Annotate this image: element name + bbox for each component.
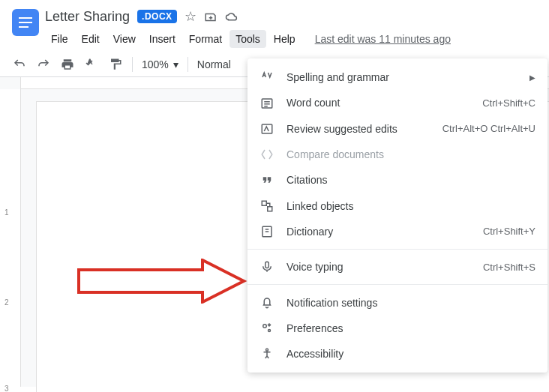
docs-logo[interactable] [12, 9, 39, 36]
tools-voice-label: Voice typing [286, 261, 471, 273]
tools-compare-label: Compare documents [286, 148, 536, 160]
bell-icon [260, 295, 274, 309]
tools-review-label: Review suggested edits [286, 123, 430, 135]
menu-file[interactable]: File [45, 30, 74, 48]
shortcut-text: Ctrl+Shift+Y [483, 226, 536, 237]
menu-separator [248, 284, 548, 285]
spelling-icon [260, 70, 274, 84]
tools-spelling-label: Spelling and grammar [286, 71, 518, 83]
tools-spelling[interactable]: Spelling and grammar ▶ [248, 64, 548, 90]
chevron-down-icon: ▾ [173, 58, 178, 70]
tools-linked-objects[interactable]: Linked objects [248, 193, 548, 218]
svg-rect-3 [268, 207, 272, 211]
tools-citations[interactable]: Citations [248, 167, 548, 193]
redo-icon[interactable] [36, 58, 51, 72]
toolbar-separator [188, 57, 188, 72]
tools-dropdown: Spelling and grammar ▶ Word count Ctrl+S… [248, 58, 548, 373]
tools-dictionary-label: Dictionary [286, 226, 471, 238]
citations-icon [260, 173, 274, 187]
menu-edit[interactable]: Edit [76, 30, 106, 48]
shortcut-text: Ctrl+Shift+C [482, 97, 536, 109]
tools-notifications[interactable]: Notification settings [248, 289, 548, 315]
voice-icon [260, 260, 274, 274]
shortcut-text: Ctrl+Shift+S [483, 262, 536, 273]
svg-rect-5 [266, 262, 269, 268]
menu-separator [248, 249, 548, 250]
word-count-icon [260, 96, 274, 109]
tools-compare: Compare documents [248, 142, 548, 167]
tools-review-edits[interactable]: Review suggested edits Ctrl+Alt+O Ctrl+A… [248, 116, 548, 142]
menu-view[interactable]: View [107, 30, 142, 48]
tools-word-count[interactable]: Word count Ctrl+Shift+C [248, 90, 548, 115]
style-dropdown[interactable]: Normal [197, 58, 231, 70]
tools-notifications-label: Notification settings [286, 297, 536, 309]
menu-format[interactable]: Format [183, 30, 228, 48]
tools-citations-label: Citations [286, 174, 536, 186]
tools-preferences-label: Preferences [286, 322, 536, 334]
undo-icon[interactable] [12, 58, 27, 72]
spellcheck-icon[interactable] [84, 58, 99, 72]
menu-insert[interactable]: Insert [143, 30, 182, 48]
tools-preferences[interactable]: Preferences [248, 316, 548, 341]
tools-word-count-label: Word count [286, 97, 470, 109]
dictionary-icon [260, 225, 274, 238]
vertical-ruler: 1 2 3 [0, 77, 21, 387]
tools-accessibility-label: Accessibility [286, 348, 536, 360]
paint-format-icon[interactable] [108, 58, 123, 72]
last-edit-link[interactable]: Last edit was 11 minutes ago [315, 33, 451, 45]
move-icon[interactable] [204, 9, 218, 25]
accessibility-icon [260, 347, 274, 361]
shortcut-text: Ctrl+Alt+O Ctrl+Alt+U [442, 123, 536, 134]
review-icon [260, 122, 274, 136]
zoom-dropdown[interactable]: 100% ▾ [142, 58, 178, 70]
linked-icon [260, 199, 274, 212]
menu-help[interactable]: Help [268, 30, 302, 48]
svg-rect-2 [262, 201, 266, 205]
document-title[interactable]: Letter Sharing [45, 9, 130, 25]
print-icon[interactable] [60, 58, 75, 72]
docx-badge: .DOCX [137, 10, 177, 23]
svg-point-7 [268, 329, 271, 331]
toolbar-separator [132, 57, 133, 72]
cloud-icon[interactable] [225, 9, 238, 25]
compare-icon [260, 148, 274, 161]
svg-point-6 [263, 325, 267, 328]
star-icon[interactable]: ☆ [184, 8, 196, 25]
svg-point-8 [266, 349, 268, 352]
tools-dictionary[interactable]: Dictionary Ctrl+Shift+Y [248, 219, 548, 244]
tools-accessibility[interactable]: Accessibility [248, 341, 548, 367]
tools-linked-label: Linked objects [286, 200, 536, 212]
menu-tools[interactable]: Tools [230, 30, 266, 48]
tools-voice-typing[interactable]: Voice typing Ctrl+Shift+S [248, 254, 548, 280]
preferences-icon [260, 322, 274, 335]
submenu-arrow-icon: ▶ [530, 73, 536, 82]
